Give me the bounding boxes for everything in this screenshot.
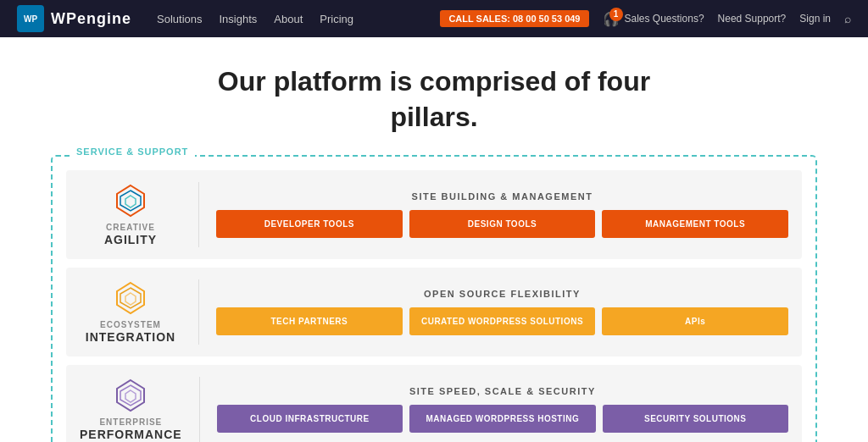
need-support-link[interactable]: Need Support?: [718, 13, 787, 25]
pillar-section-title-ecosystem-integration: OPEN SOURCE FLEXIBILITY: [216, 289, 788, 299]
btn-enterprise-performance-0[interactable]: CLOUD INFRASTRUCTURE: [217, 405, 403, 433]
btn-creative-agility-0[interactable]: DEVELOPER TOOLS: [216, 210, 403, 238]
nav-pricing[interactable]: Pricing: [320, 13, 353, 25]
pillar-section-ecosystem-integration: OPEN SOURCE FLEXIBILITYTECH PARTNERSCURA…: [216, 289, 788, 335]
pillar-section-title-enterprise-performance: SITE SPEED, SCALE & SECURITY: [217, 386, 788, 396]
service-support-label: SERVICE & SUPPORT: [70, 146, 195, 157]
pillar-name-enterprise-performance: ENTERPRISEPERFORMANCE: [80, 417, 182, 442]
btn-enterprise-performance-1[interactable]: MANAGED WORDPRESS HOSTING: [409, 405, 595, 433]
nav-insights[interactable]: Insights: [220, 13, 258, 25]
top-bar-left: WP WPengine Solutions Insights About Pri…: [17, 5, 353, 32]
pillar-divider: [198, 182, 199, 247]
logo-text: WPengine: [51, 10, 131, 28]
btn-ecosystem-integration-0[interactable]: TECH PARTNERS: [216, 307, 403, 335]
top-bar: WP WPengine Solutions Insights About Pri…: [0, 0, 868, 37]
logo-icon: WP: [17, 5, 44, 32]
pillars-container: CREATIVEAGILITYSITE BUILDING & MANAGEMEN…: [66, 170, 802, 442]
svg-marker-10: [125, 390, 136, 402]
pillar-section-enterprise-performance: SITE SPEED, SCALE & SECURITYCLOUD INFRAS…: [217, 386, 788, 433]
svg-marker-4: [125, 196, 136, 207]
btn-ecosystem-integration-2[interactable]: APIs: [602, 307, 788, 335]
call-sales-label: CALL SALES:: [448, 14, 510, 24]
pillar-section-creative-agility: SITE BUILDING & MANAGEMENTDEVELOPER TOOL…: [216, 191, 788, 238]
pillar-divider: [199, 377, 200, 442]
pillar-row-creative-agility: CREATIVEAGILITYSITE BUILDING & MANAGEMEN…: [66, 170, 802, 259]
sales-questions[interactable]: 🎧 1 Sales Questions?: [603, 11, 704, 27]
btn-ecosystem-integration-1[interactable]: CURATED WORDPRESS SOLUTIONS: [409, 307, 596, 335]
sales-questions-label: Sales Questions?: [625, 13, 704, 25]
pillar-buttons-ecosystem-integration: TECH PARTNERSCURATED WORDPRESS SOLUTIONS…: [216, 307, 788, 335]
pillar-name-creative-agility: CREATIVEAGILITY: [104, 223, 157, 247]
pillar-row-enterprise-performance: ENTERPRISEPERFORMANCESITE SPEED, SCALE &…: [66, 365, 802, 442]
top-right-links: Need Support? Sign in ⌕: [718, 12, 851, 25]
main-nav: Solutions Insights About Pricing: [157, 13, 353, 25]
pillar-buttons-enterprise-performance: CLOUD INFRASTRUCTUREMANAGED WORDPRESS HO…: [217, 405, 788, 433]
pillar-icon-ecosystem-integration: [112, 279, 149, 317]
btn-creative-agility-1[interactable]: DESIGN TOOLS: [409, 210, 596, 238]
svg-marker-7: [125, 293, 136, 305]
pillar-name-ecosystem-integration: ECOSYSTEMINTEGRATION: [86, 320, 175, 345]
main-content: SERVICE & SUPPORT CREATIVEAGILITYSITE BU…: [0, 155, 868, 442]
call-sales-number: 08 00 50 53 049: [513, 14, 581, 24]
service-support-wrapper: SERVICE & SUPPORT CREATIVEAGILITYSITE BU…: [51, 155, 817, 442]
logo[interactable]: WP WPengine: [17, 5, 131, 32]
headset-wrapper: 🎧 1: [603, 11, 620, 27]
pillar-identity-enterprise-performance: ENTERPRISEPERFORMANCE: [80, 377, 182, 442]
sign-in-link[interactable]: Sign in: [799, 13, 831, 25]
pillar-section-title-creative-agility: SITE BUILDING & MANAGEMENT: [216, 191, 788, 202]
nav-about[interactable]: About: [274, 13, 303, 25]
pillar-icon-creative-agility: [112, 182, 149, 219]
btn-creative-agility-2[interactable]: MANAGEMENT TOOLS: [602, 210, 788, 238]
nav-solutions[interactable]: Solutions: [157, 13, 202, 25]
hero-title: Our platform is comprised of four pillar…: [17, 64, 851, 135]
hero-section: Our platform is comprised of four pillar…: [0, 37, 868, 155]
pillar-row-ecosystem-integration: ECOSYSTEMINTEGRATIONOPEN SOURCE FLEXIBIL…: [66, 268, 802, 356]
btn-enterprise-performance-2[interactable]: SECURITY SOLUTIONS: [603, 405, 788, 433]
search-icon[interactable]: ⌕: [844, 12, 851, 25]
pillar-buttons-creative-agility: DEVELOPER TOOLSDESIGN TOOLSMANAGEMENT TO…: [216, 210, 788, 238]
pillar-divider: [198, 279, 199, 345]
pillar-identity-creative-agility: CREATIVEAGILITY: [80, 182, 181, 247]
svg-text:WP: WP: [24, 14, 37, 24]
call-sales-bar: CALL SALES: 08 00 50 53 049: [440, 10, 588, 27]
pillar-identity-ecosystem-integration: ECOSYSTEMINTEGRATION: [80, 279, 181, 345]
pillar-icon-enterprise-performance: [112, 377, 149, 414]
top-bar-right: CALL SALES: 08 00 50 53 049 🎧 1 Sales Qu…: [440, 10, 851, 27]
notification-badge: 1: [609, 8, 623, 21]
